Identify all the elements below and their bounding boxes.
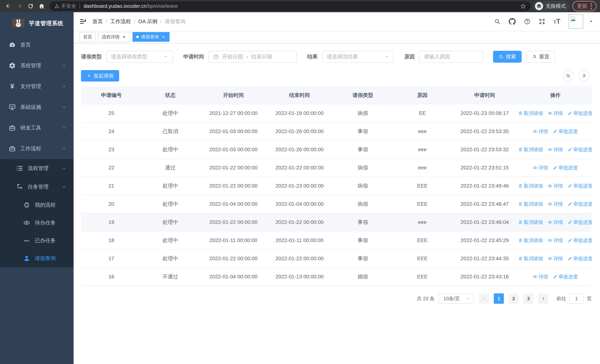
browser-reload-button[interactable] bbox=[26, 1, 36, 11]
approval-progress-link[interactable]: 审批进度 bbox=[568, 237, 592, 244]
search-icon[interactable] bbox=[494, 18, 500, 25]
sidebar-item-system-management[interactable]: 系统管理 bbox=[0, 55, 74, 76]
cancel-leave-link[interactable]: 取消请假 bbox=[519, 255, 543, 262]
font-size-icon[interactable]: TT bbox=[553, 18, 560, 25]
detail-link[interactable]: 详情 bbox=[548, 237, 563, 244]
sidebar-item-home[interactable]: 首页 bbox=[0, 35, 74, 55]
table-row[interactable]: 22 通过 2022-01-22 00:00:00 2022-01-22 00:… bbox=[81, 159, 592, 177]
refresh-table-button[interactable] bbox=[579, 70, 590, 81]
cancel-leave-link[interactable]: 取消请假 bbox=[519, 219, 543, 225]
table-row[interactable]: 18 处理中 2022-01-11 00:00:00 2022-01-11 00… bbox=[81, 231, 592, 250]
cell-apply-id: 17 bbox=[81, 250, 142, 268]
page-size-select[interactable]: 10条/页 bbox=[439, 293, 474, 304]
table-row[interactable]: 25 处理中 2021-12-27 00:00:00 2022-01-19 00… bbox=[81, 104, 592, 122]
detail-link[interactable]: 详情 bbox=[548, 255, 563, 262]
cell-reason: EEE bbox=[394, 231, 450, 250]
start-date-placeholder[interactable]: 开始日期 bbox=[222, 53, 243, 60]
approval-progress-link[interactable]: 审批进度 bbox=[568, 110, 592, 117]
cancel-leave-link[interactable]: 取消请假 bbox=[519, 201, 543, 207]
update-label[interactable]: 更新 bbox=[577, 3, 587, 10]
bookmark-star-icon[interactable] bbox=[520, 3, 526, 9]
detail-link[interactable]: 详情 bbox=[533, 128, 548, 135]
close-icon[interactable]: × bbox=[122, 35, 127, 39]
tab-process-detail[interactable]: 流程详情 × bbox=[98, 32, 130, 42]
prev-page-button[interactable] bbox=[479, 293, 489, 304]
cell-apply-time: 2022-01-22 23:46:47 bbox=[450, 195, 519, 213]
breadcrumb-oa-example[interactable]: OA 示例 bbox=[138, 18, 158, 25]
approval-progress-link[interactable]: 审批进度 bbox=[568, 219, 592, 225]
sidebar-item-payment-management[interactable]: ¥ 支付管理 bbox=[0, 76, 74, 97]
detail-link[interactable]: 详情 bbox=[548, 219, 563, 225]
detail-link[interactable]: 详情 bbox=[548, 183, 563, 189]
table-row[interactable]: 19 处理中 2022-01-22 00:00:00 2022-01-22 00… bbox=[81, 213, 592, 231]
sidebar-item-workflow[interactable]: 工作流程 bbox=[0, 138, 74, 159]
github-icon[interactable] bbox=[509, 18, 516, 25]
table-row[interactable]: 21 处理中 2022-01-22 00:00:00 2022-01-23 00… bbox=[81, 177, 592, 195]
detail-link[interactable]: 详情 bbox=[548, 201, 563, 207]
approval-progress-link[interactable]: 审批进度 bbox=[553, 274, 578, 280]
approval-progress-link[interactable]: 审批进度 bbox=[568, 146, 592, 153]
browser-back-button[interactable] bbox=[3, 1, 13, 11]
next-page-button[interactable] bbox=[538, 293, 548, 304]
browser-menu-icon[interactable] bbox=[591, 3, 592, 9]
breadcrumb-workflow[interactable]: 工作流程 bbox=[110, 18, 131, 25]
toggle-search-button[interactable] bbox=[563, 70, 573, 81]
sidebar-logo-row[interactable]: 芋道管理系统 bbox=[0, 12, 74, 35]
avatar[interactable] bbox=[569, 14, 583, 29]
browser-update-chip[interactable]: 更新 bbox=[572, 1, 597, 11]
table-row[interactable]: 17 处理中 2022-01-22 00:00:00 2022-01-22 00… bbox=[81, 250, 592, 268]
fullscreen-icon[interactable] bbox=[539, 18, 545, 25]
sidebar-item-done-tasks[interactable]: 已办任务 bbox=[0, 232, 74, 250]
detail-link[interactable]: 详情 bbox=[548, 110, 563, 117]
goto-page-input[interactable] bbox=[569, 293, 583, 304]
sidebar-collapse-icon[interactable] bbox=[79, 18, 86, 25]
search-button[interactable]: 搜索 bbox=[493, 51, 522, 63]
table-row[interactable]: 23 处理中 2022-01-03 00:00:00 2022-01-26 00… bbox=[81, 140, 592, 159]
cancel-leave-link[interactable]: 取消请假 bbox=[519, 146, 543, 153]
avatar-caret-icon[interactable] bbox=[589, 19, 593, 24]
result-select[interactable]: 请选择流结果 bbox=[322, 51, 394, 63]
tab-home[interactable]: 首页 bbox=[79, 32, 96, 42]
browser-home-button[interactable] bbox=[37, 1, 47, 11]
table-row[interactable]: 16 不通过 2022-01-04 00:00:00 2022-01-13 00… bbox=[81, 268, 592, 286]
cell-actions: 取消请假 详情 审批进度 bbox=[519, 104, 592, 122]
approval-progress-link[interactable]: 审批进度 bbox=[553, 165, 578, 171]
create-leave-button[interactable]: 发起请假 bbox=[81, 70, 119, 82]
help-icon[interactable] bbox=[524, 18, 531, 25]
sidebar-item-infrastructure[interactable]: 基础设施 bbox=[0, 97, 74, 118]
security-label[interactable]: 不安全 bbox=[61, 3, 76, 9]
sidebar-item-leave-query[interactable]: 请假查询 bbox=[0, 250, 74, 267]
approval-progress-link[interactable]: 审批进度 bbox=[568, 255, 592, 262]
cancel-leave-link[interactable]: 取消请假 bbox=[519, 110, 543, 117]
approval-progress-link[interactable]: 审批进度 bbox=[553, 128, 578, 135]
page-button-3[interactable]: 3 bbox=[524, 293, 534, 304]
table-row[interactable]: 24 已取消 2022-01-03 00:00:00 2022-01-26 00… bbox=[81, 122, 592, 140]
address-bar[interactable]: 不安全 dashboard.yudao.iocoder.cn /bpm/oa/l… bbox=[50, 1, 531, 11]
reason-input[interactable] bbox=[420, 51, 483, 62]
sidebar-item-process-management[interactable]: 流程管理 bbox=[0, 159, 74, 177]
leave-type-select[interactable]: 请选择请假类型 bbox=[106, 51, 173, 63]
end-date-placeholder[interactable]: 结束日期 bbox=[251, 53, 272, 60]
sidebar-item-dev-tools[interactable]: 研发工具 bbox=[0, 118, 74, 138]
tab-leave-query[interactable]: 请假查询 × bbox=[132, 32, 169, 42]
sidebar-item-task-management[interactable]: 任务管理 bbox=[0, 177, 74, 196]
sidebar-item-todo-tasks[interactable]: 待办任务 bbox=[0, 214, 74, 232]
approval-progress-link[interactable]: 审批进度 bbox=[568, 183, 592, 189]
cancel-leave-link[interactable]: 取消请假 bbox=[519, 237, 543, 244]
page-button-1[interactable]: 1 bbox=[494, 293, 504, 304]
sidebar-item-my-process[interactable]: 我的流程 bbox=[0, 196, 74, 214]
page-button-2[interactable]: 2 bbox=[509, 293, 519, 304]
detail-link[interactable]: 详情 bbox=[533, 165, 548, 171]
breadcrumb-home[interactable]: 首页 bbox=[93, 18, 103, 25]
detail-link[interactable]: 详情 bbox=[548, 146, 563, 153]
reset-button[interactable]: 重置 bbox=[526, 51, 555, 63]
detail-link[interactable]: 详情 bbox=[533, 274, 548, 280]
table-row[interactable]: 20 处理中 2022-01-04 00:00:00 2022-01-04 00… bbox=[81, 195, 592, 213]
cancel-leave-link[interactable]: 取消请假 bbox=[519, 183, 543, 189]
browser-forward-button[interactable] bbox=[14, 1, 24, 11]
approval-progress-link[interactable]: 审批进度 bbox=[568, 201, 592, 207]
close-icon[interactable]: × bbox=[161, 35, 166, 39]
cell-status: 处理中 bbox=[142, 231, 199, 250]
apply-time-range-picker[interactable]: 开始日期 - 结束日期 bbox=[208, 51, 297, 63]
cell-actions: 取消请假 详情 审批进度 bbox=[519, 140, 592, 159]
